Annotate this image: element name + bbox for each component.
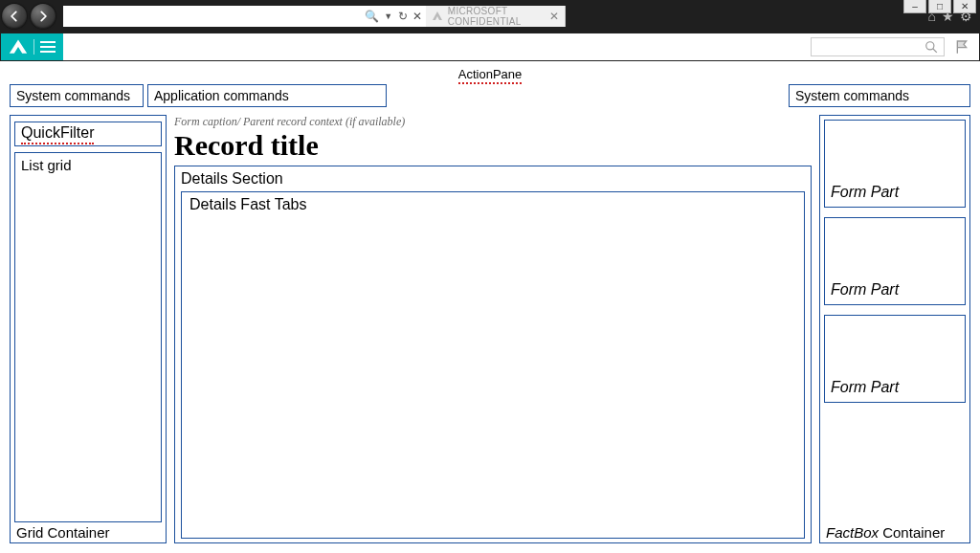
window-close-button[interactable]: ✕ — [953, 0, 976, 13]
browser-chrome: – □ ✕ 🔍 ▼ ↻ ✕ MICROSOFT CONFIDENTIAL ✕ ⌂… — [0, 0, 980, 33]
stop-icon[interactable]: ✕ — [412, 10, 422, 23]
divider — [33, 39, 34, 55]
list-grid-label: List grid — [21, 157, 72, 173]
window-controls: – □ ✕ — [903, 0, 976, 13]
refresh-icon[interactable]: ↻ — [398, 10, 408, 23]
form-part-label: Form Part — [831, 184, 899, 201]
search-icon[interactable]: 🔍 — [365, 10, 379, 23]
system-commands-right[interactable]: System commands — [789, 84, 970, 107]
flag-icon[interactable] — [954, 39, 969, 55]
factbox-container-label: FactBox Container — [824, 522, 966, 541]
application-commands[interactable]: Application commands — [147, 84, 387, 107]
system-commands-left[interactable]: System commands — [10, 84, 144, 107]
dynamics-logo-icon — [9, 38, 28, 55]
form-part-label: Form Part — [831, 379, 899, 396]
form-caption: Form caption/ Parent record context (if … — [174, 115, 812, 129]
grid-container-label: Grid Container — [14, 522, 162, 541]
actionpane-label: ActionPane — [10, 67, 970, 84]
center-column: Form caption/ Parent record context (if … — [174, 115, 812, 543]
arrow-right-icon — [36, 10, 50, 23]
address-bar[interactable]: 🔍 ▼ ↻ ✕ — [63, 6, 426, 27]
d365-launcher[interactable] — [1, 33, 63, 60]
grid-container: QuickFilter List grid Grid Container — [10, 115, 167, 543]
address-bar-controls: 🔍 ▼ ↻ ✕ — [365, 10, 422, 23]
svg-point-0 — [926, 42, 934, 50]
form-part-label: Form Part — [831, 281, 899, 299]
back-button[interactable] — [2, 4, 27, 29]
record-title: Record title — [174, 131, 812, 160]
svg-line-1 — [933, 49, 937, 53]
details-section: Details Section Details Fast Tabs — [174, 166, 812, 543]
details-fasttabs-label: Details Fast Tabs — [189, 196, 306, 212]
action-pane: System commands Application commands Sys… — [10, 84, 970, 107]
search-icon — [924, 40, 938, 54]
form-part-1[interactable]: Form Part — [824, 120, 966, 208]
page-body: ActionPane System commands Application c… — [0, 61, 980, 553]
quickfilter-label: QuickFilter — [21, 124, 94, 144]
tab-title: MICROSOFT CONFIDENTIAL — [448, 6, 545, 27]
hamburger-icon[interactable] — [40, 41, 56, 53]
window-minimize-button[interactable]: – — [903, 0, 926, 13]
window-maximize-button[interactable]: □ — [928, 0, 951, 13]
details-fasttabs[interactable]: Details Fast Tabs — [181, 191, 805, 539]
app-navbar — [0, 33, 980, 61]
form-part-2[interactable]: Form Part — [824, 217, 966, 305]
list-grid[interactable]: List grid — [14, 152, 162, 522]
nav-search-input[interactable] — [811, 37, 945, 56]
factbox-container: Form Part Form Part Form Part FactBox Co… — [819, 115, 970, 543]
arrow-left-icon — [8, 10, 21, 23]
dropdown-icon[interactable]: ▼ — [384, 11, 391, 21]
browser-tab[interactable]: MICROSOFT CONFIDENTIAL ✕ — [426, 6, 566, 27]
dynamics-tab-icon — [432, 11, 443, 22]
details-section-label: Details Section — [181, 170, 805, 188]
quickfilter-box[interactable]: QuickFilter — [14, 122, 162, 146]
forward-button[interactable] — [31, 4, 56, 29]
tab-close-icon[interactable]: ✕ — [549, 10, 559, 23]
form-part-3[interactable]: Form Part — [824, 315, 966, 403]
